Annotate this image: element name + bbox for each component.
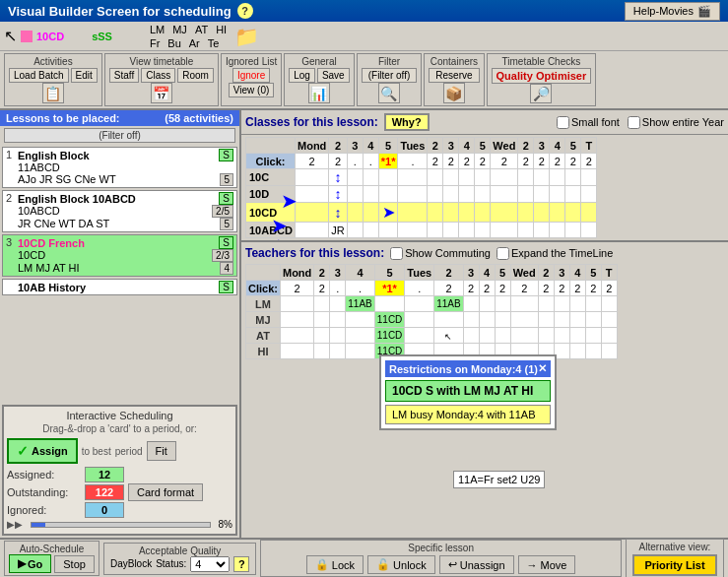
small-font-checkbox-label[interactable]: Small font: [557, 116, 620, 129]
classes-header: Classes for this lesson: Why? Small font…: [241, 110, 728, 135]
lesson-sub2: AJo JR SG CNe WT: [18, 173, 116, 186]
filter-off-display[interactable]: (Filter off): [4, 128, 235, 143]
staff-button[interactable]: Staff: [109, 68, 139, 83]
col-header-4: 4: [363, 138, 378, 154]
small-font-checkbox[interactable]: [557, 116, 569, 129]
hi-label: HI: [246, 344, 281, 359]
filter-off-button[interactable]: (Filter off): [362, 68, 418, 83]
popup-close-button[interactable]: ✕: [538, 362, 547, 375]
teachers-grid: Mond 2 3 4 5 Tues 2 3 4 5 Wed 2: [241, 262, 728, 361]
popup-content2: LM busy Monday:4 with 11AB: [385, 405, 551, 424]
quality-optimiser-button[interactable]: Quality Optimiser: [492, 68, 592, 84]
lesson-badge-s: S: [219, 149, 233, 161]
show-commuting-checkbox[interactable]: [390, 247, 403, 260]
view-ignored-button[interactable]: View (0): [229, 83, 275, 97]
to-best-label: to best: [82, 446, 111, 457]
save-button[interactable]: Save: [317, 68, 350, 83]
10c-label: 10C: [246, 169, 296, 186]
right-panel: Classes for this lesson: Why? Small font…: [241, 110, 728, 538]
activities-icon[interactable]: 📋: [42, 83, 64, 103]
col-header-t5: 5: [475, 138, 491, 154]
edit-button[interactable]: Edit: [71, 68, 98, 83]
10cd-label: 10CD: [246, 203, 296, 223]
assigned-value: 12: [85, 467, 124, 482]
view-timetable-label: View timetable: [129, 56, 193, 67]
unlock-button[interactable]: 🔓 Unlock: [367, 555, 435, 574]
aq-help-button[interactable]: ?: [233, 556, 249, 572]
unassign-button[interactable]: ↩ Unassign: [439, 555, 514, 574]
assign-button[interactable]: ✓ Assign: [7, 438, 78, 464]
ignore-button[interactable]: Ignore: [232, 68, 270, 83]
filter-group: Filter (Filter off) 🔍: [357, 53, 423, 106]
lesson-item[interactable]: 10AB History S: [2, 279, 237, 295]
lesson-count: 2/5: [212, 205, 233, 218]
reserve-button[interactable]: Reserve: [429, 68, 479, 83]
10cd-row: 10CD ↕ ➤: [246, 203, 597, 223]
unassign-icon: ↩: [448, 558, 457, 571]
col-header-t3: 3: [443, 138, 459, 154]
expand-timeline-checkbox[interactable]: [496, 247, 509, 260]
show-year-checkbox[interactable]: [628, 116, 640, 129]
timetable-checks-icon[interactable]: 🔎: [530, 84, 552, 103]
log-button[interactable]: Log: [289, 68, 315, 83]
teachers-section: Teachers for this lesson: Show Commuting…: [241, 240, 728, 361]
go-button[interactable]: ▶ Go: [9, 554, 51, 573]
tcol-w3: 3: [554, 265, 569, 281]
view-timetable-group: View timetable Staff Class Room 📅: [104, 53, 219, 106]
ignored-label: Ignored:: [7, 504, 81, 516]
tcol-5: 5: [374, 265, 405, 281]
tcol-w5: 5: [585, 265, 601, 281]
alt-view-label: Alternative view:: [639, 542, 711, 552]
general-label: General: [301, 56, 337, 67]
color-indicator: [21, 31, 33, 42]
left-panel: Lessons to be placed: (58 activities) (F…: [0, 110, 241, 538]
popup-title: Restrictions on Monday:4 (1) ✕: [385, 360, 551, 377]
show-year-checkbox-label[interactable]: Show entire Year: [628, 116, 724, 129]
move-button[interactable]: → Move: [518, 555, 576, 574]
click-label[interactable]: Click:: [246, 154, 296, 169]
filter-label: Filter: [378, 56, 400, 67]
view-timetable-icon[interactable]: 📅: [151, 83, 172, 103]
lesson-sub1: 11ABCD: [18, 161, 233, 173]
card-format-button[interactable]: Card format: [128, 483, 203, 501]
lesson-badge-s: S: [219, 192, 233, 205]
auto-schedule-group: Auto-Schedule ▶ Go Stop: [4, 541, 99, 576]
outstanding-label: Outstanding:: [7, 486, 81, 498]
class-button[interactable]: Class: [141, 68, 175, 83]
lesson-badge-s: S: [219, 236, 233, 249]
dayblock-status: Status:: [156, 558, 186, 569]
interactive-scheduling-panel: Interactive Scheduling Drag-&-drop a 'ca…: [2, 405, 237, 536]
lesson-item-selected[interactable]: 3 10CD French S 10CD 2/3 LM MJ AT HI 4: [2, 234, 237, 277]
assigned-label: Assigned:: [7, 469, 81, 481]
dayblock-select[interactable]: 4 3 5: [190, 556, 230, 572]
lesson-count: 2/3: [212, 249, 233, 262]
tcol-mond: Mond: [280, 265, 313, 281]
load-batch-button[interactable]: Load Batch: [9, 68, 69, 83]
tcol-tues: Tues: [405, 265, 434, 281]
lesson-item[interactable]: 2 English Block 10ABCD S 10ABCD 2/5 JR C…: [2, 190, 237, 232]
stop-button[interactable]: Stop: [54, 555, 95, 573]
tcol-wed: Wed: [510, 265, 538, 281]
col-header-t4: 4: [459, 138, 475, 154]
room-button[interactable]: Room: [177, 68, 214, 83]
lock-icon: 🔒: [315, 558, 329, 571]
t-click-label[interactable]: Click:: [246, 281, 281, 296]
click-val[interactable]: 2: [296, 154, 329, 169]
priority-list-button[interactable]: Priority List: [632, 554, 716, 576]
col-header-w5: 5: [565, 138, 581, 154]
expand-timeline-label[interactable]: Expand the TimeLine: [496, 247, 613, 260]
filter-icon[interactable]: 🔍: [378, 83, 400, 103]
content-area: Lessons to be placed: (58 activities) (F…: [0, 110, 728, 538]
fit-button[interactable]: Fit: [147, 441, 176, 461]
teachers-table: Mond 2 3 4 5 Tues 2 3 4 5 Wed 2: [245, 264, 618, 359]
ignored-list-group: Ignored List Ignore View (0): [221, 53, 282, 106]
why-button[interactable]: Why?: [384, 113, 430, 131]
progress-icon: ▶▶: [7, 519, 23, 530]
lesson-item[interactable]: 1 English Block S 11ABCD AJo JR SG CNe W…: [2, 147, 237, 188]
general-icon[interactable]: 📊: [308, 83, 330, 103]
lock-button[interactable]: 🔒 Lock: [306, 555, 364, 574]
help-movies-button[interactable]: Help-Movies 🎬: [625, 2, 720, 21]
show-commuting-label[interactable]: Show Commuting: [390, 247, 491, 260]
lesson-badge-s: S: [219, 281, 233, 293]
containers-icon[interactable]: 📦: [443, 83, 465, 103]
